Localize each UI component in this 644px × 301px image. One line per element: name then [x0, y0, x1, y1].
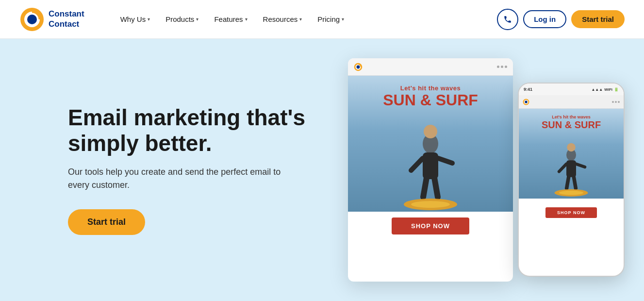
hero-content: Email marketing that's simply better. Ou… — [68, 105, 320, 235]
svg-line-24 — [574, 176, 576, 188]
email-mockup-desktop: Let's hit the waves SUN & SURF — [348, 58, 513, 282]
nav-item-resources[interactable]: Resources ▾ — [256, 11, 309, 27]
chevron-down-icon: ▾ — [196, 17, 198, 22]
chevron-down-icon: ▾ — [342, 17, 344, 22]
mobile-logo-icon — [523, 99, 529, 105]
phone-button[interactable] — [497, 9, 518, 30]
start-trial-button-hero[interactable]: Start trial — [68, 209, 145, 235]
email-mockup-body: Let's hit the waves SUN & SURF — [348, 76, 513, 240]
mobile-promo-line: Let's hit the waves — [552, 115, 591, 119]
svg-rect-8 — [423, 152, 438, 179]
phone-icon — [503, 15, 512, 24]
chevron-down-icon: ▾ — [148, 17, 150, 22]
dot-1 — [497, 66, 499, 68]
email-promo-line: Let's hit the waves — [400, 84, 461, 92]
hero-subtext: Our tools help you create and send the p… — [68, 166, 291, 192]
mobile-dot-2 — [615, 101, 617, 103]
svg-point-14 — [411, 201, 450, 208]
nav-item-features[interactable]: Features ▾ — [207, 11, 254, 27]
mobile-mockup: 9:41 ▲▲▲ WiFi 🔋 — [518, 83, 625, 277]
surfer-figure-mobile — [547, 135, 595, 199]
chevron-down-icon: ▾ — [245, 17, 248, 22]
svg-line-11 — [423, 178, 427, 197]
shop-now-btn-desktop: SHOP NOW — [392, 217, 469, 234]
brand-name-line1: Constant — [49, 9, 84, 19]
nav-actions: Log in Start trial — [497, 9, 625, 30]
svg-line-9 — [411, 158, 423, 170]
dot-2 — [501, 66, 503, 68]
login-button[interactable]: Log in — [523, 10, 566, 28]
svg-line-22 — [576, 164, 585, 167]
svg-line-10 — [438, 158, 452, 163]
svg-point-7 — [424, 125, 437, 138]
shop-now-btn-mobile: SHOP NOW — [545, 207, 597, 218]
surfer-figure-desktop — [392, 115, 469, 212]
email-mockup-header — [348, 58, 513, 76]
chevron-down-icon: ▾ — [299, 17, 302, 22]
dot-3 — [505, 66, 507, 68]
brand-name-line2: Contact — [49, 19, 84, 29]
mobile-browser-bar — [519, 95, 624, 109]
nav-item-products[interactable]: Products ▾ — [159, 11, 205, 27]
svg-point-19 — [567, 143, 576, 152]
logo[interactable]: Constant Contact — [19, 7, 84, 32]
email-mockup-dots — [497, 66, 507, 68]
battery-icon: 🔋 — [614, 87, 619, 92]
svg-rect-20 — [566, 160, 576, 177]
nav-links: Why Us ▾ Products ▾ Features ▾ Resources… — [114, 11, 497, 27]
hero-visual: Let's hit the waves SUN & SURF — [333, 39, 644, 301]
mobile-dot-1 — [612, 101, 614, 103]
svg-line-23 — [567, 176, 569, 188]
mobile-dot-3 — [618, 101, 620, 103]
mobile-promo-title: SUN & SURF — [542, 119, 601, 130]
signal-icon: ▲▲▲ — [591, 87, 603, 92]
svg-point-2 — [27, 15, 37, 24]
navbar: Constant Contact Why Us ▾ Products ▾ Fea… — [0, 0, 644, 39]
hero-headline: Email marketing that's simply better. — [68, 105, 320, 156]
email-promo-title: SUN & SURF — [383, 92, 478, 109]
email-promo-image: Let's hit the waves SUN & SURF — [348, 76, 513, 212]
surfer-svg-mobile — [547, 135, 595, 199]
mobile-email-footer: SHOP NOW — [519, 199, 624, 222]
email-mockup-logo — [354, 63, 363, 71]
svg-line-21 — [559, 164, 566, 172]
svg-line-12 — [434, 178, 438, 197]
svg-point-26 — [559, 191, 583, 195]
nav-item-whyus[interactable]: Why Us ▾ — [114, 11, 157, 27]
svg-point-17 — [525, 100, 527, 103]
mobile-status-bar: 9:41 ▲▲▲ WiFi 🔋 — [519, 84, 624, 95]
email-footer: SHOP NOW — [348, 212, 513, 240]
svg-point-5 — [357, 65, 360, 68]
nav-item-pricing[interactable]: Pricing ▾ — [311, 11, 351, 27]
hero-section: Email marketing that's simply better. Ou… — [0, 39, 644, 301]
surfer-svg-desktop — [392, 115, 469, 212]
start-trial-button-nav[interactable]: Start trial — [571, 10, 625, 28]
logo-icon — [19, 7, 45, 32]
mobile-email-promo: Let's hit the waves SUN & SURF — [519, 109, 624, 199]
mobile-time: 9:41 — [524, 87, 532, 92]
mobile-status-icons: ▲▲▲ WiFi 🔋 — [591, 87, 619, 92]
wifi-icon: WiFi — [604, 87, 612, 92]
